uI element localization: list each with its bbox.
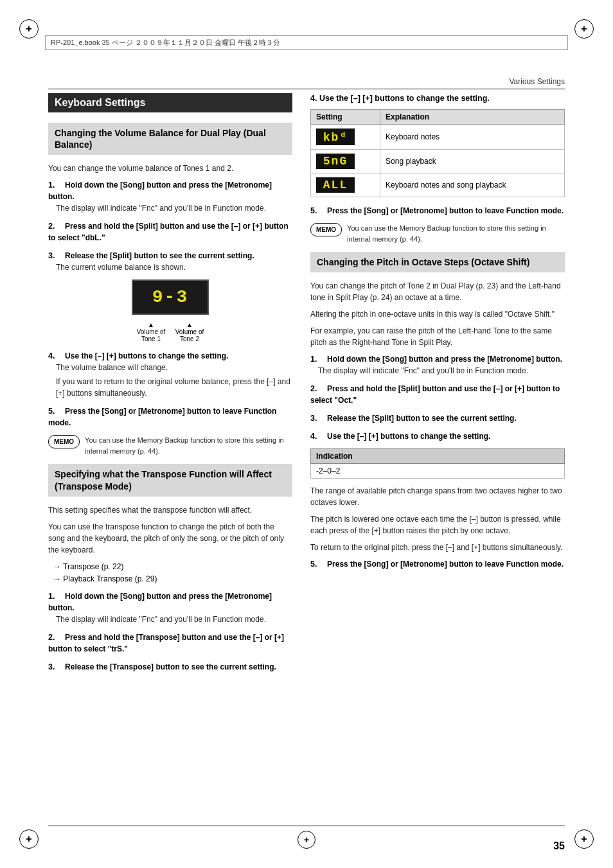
header-bar: RP-201_e.book 35 ページ ２００９年１１月２０日 金曜日 午後２… [45, 35, 568, 50]
oct-step-2-num: 2. [310, 384, 317, 393]
memo-section-2: MEMO You can use the Memory Backup funct… [310, 223, 565, 244]
trans-step-2-bold: Press and hold the [Transpose] button an… [48, 633, 284, 653]
section-heading: Keyboard Settings [48, 93, 292, 112]
step-2: 2. Press and hold the [Split] button and… [48, 220, 292, 244]
oct-step-1: 1. Hold down the [Song] button and press… [310, 353, 565, 376]
oct-step-1-num: 1. [310, 355, 317, 364]
display-digits: 9-3 [152, 287, 188, 307]
corner-mark-bl [19, 829, 39, 849]
subsection2-title: Specifying what the Transpose Function w… [55, 468, 286, 492]
left-column: Keyboard Settings Changing the Volume Ba… [48, 93, 292, 823]
oct-step-1-sub: The display will indicate "Fnc" and you'… [318, 365, 565, 376]
table-row-all: ALL Keyboard notes and song playback [311, 173, 565, 197]
subsection-transpose: Specifying what the Transpose Function w… [48, 464, 292, 496]
subsection3-title: Changing the Pitch in Octave Steps (Octa… [317, 256, 558, 268]
step-5-right: 5. Press the [Song] or [Metronome] butto… [310, 205, 565, 217]
trans-step-1: 1. Hold down the [Song] button and press… [48, 590, 292, 625]
step-4-sub1: The volume balance will change. [56, 362, 292, 373]
subsection-octave: Changing the Pitch in Octave Steps (Octa… [310, 252, 565, 272]
octave-intro2: Altering the pitch in one-octave units i… [310, 308, 565, 320]
indication-header: Indication [311, 449, 565, 464]
step-3-sub: The current volume balance is shown. [56, 261, 292, 273]
trans-step-1-sub: The display will indicate "Fnc" and you'… [56, 614, 292, 625]
oct-step-2-bold: Press and hold the [Split] button and us… [310, 384, 560, 405]
octave-body2: The pitch is lowered one octave each tim… [310, 513, 565, 536]
subsection1-intro: You can change the volume balance of Ton… [48, 163, 292, 174]
table-cell-kbd-exp: Keyboard notes [380, 125, 565, 150]
memo-text-1: You can use the Memory Backup function t… [85, 435, 292, 456]
octave-intro3: For example, you can raise the pitch of … [310, 325, 565, 348]
octave-body1: The range of available pitch change span… [310, 485, 565, 508]
main-content: Keyboard Settings Changing the Volume Ba… [48, 93, 565, 823]
trans-step-1-bold: Hold down the [Song] button and press th… [48, 592, 272, 612]
indication-table: Indication -2–0–2 [310, 448, 565, 479]
step-3: 3. Release the [Split] button to see the… [48, 250, 292, 273]
oct-step-3-bold: Release the [Split] button to see the cu… [327, 414, 517, 423]
arrow-item-1: → Transpose (p. 22) [53, 561, 292, 573]
subsection1-title: Changing the Volume Balance for Dual Pla… [55, 127, 286, 150]
step-5-left: 5. Press the [Song] or [Metronome] butto… [48, 405, 292, 429]
corner-mark-tl [19, 19, 39, 39]
step-5-left-num: 5. [48, 407, 55, 416]
oct-step-4-num: 4. [310, 432, 317, 441]
table-header-setting: Setting [311, 110, 380, 125]
oct-step-3: 3. Release the [Split] button to see the… [310, 412, 565, 424]
page-number: 35 [553, 840, 565, 852]
table-header-explanation: Explanation [380, 110, 565, 125]
display-area: 9-3 [132, 279, 209, 315]
trans-step-2-num: 2. [48, 633, 55, 642]
oct-step-5: 5. Press the [Song] or [Metronome] butto… [310, 558, 565, 570]
oct-step-1-bold: Hold down the [Song] button and press th… [327, 355, 562, 364]
trans-step-3-bold: Release the [Transpose] button to see th… [65, 662, 276, 671]
step-5-left-bold: Press the [Song] or [Metronome] button t… [48, 407, 276, 427]
section-label: Various Settings [510, 77, 565, 86]
trans-step-3: 3. Release the [Transpose] button to see… [48, 661, 292, 673]
step-4-left: 4. Use the [–] [+] buttons to change the… [48, 350, 292, 399]
arrow-list: → Transpose (p. 22) → Playback Transpose… [53, 561, 292, 585]
oct-step-4: 4. Use the [–] [+] buttons to change the… [310, 430, 565, 442]
step-4-right-label: 4. Use the [–] [+] buttons to change the… [310, 94, 490, 103]
step-1-sub: The display will indicate "Fnc" and you'… [56, 202, 292, 214]
oct-step-2: 2. Press and hold the [Split] button and… [310, 383, 565, 406]
octave-intro1: You can change the pitch of Tone 2 in Du… [310, 280, 565, 303]
step-4-left-num: 4. [48, 351, 55, 360]
step-4-right: 4. Use the [–] [+] buttons to change the… [310, 93, 565, 103]
step-3-num: 3. [48, 251, 55, 260]
subsection2-intro2: You can use the transpose function to ch… [48, 521, 292, 556]
bottom-divider [48, 826, 565, 826]
trans-step-3-num: 3. [48, 662, 55, 671]
seg-display-all: ALL [316, 177, 355, 193]
step-2-bold: Press and hold the [Split] button and us… [48, 222, 289, 242]
step-4-sub2: If you want to return to the original vo… [56, 376, 292, 399]
display-labels: ▲ Volume of Tone 1 ▲ Volume of Tone 2 [132, 321, 209, 342]
corner-mark-br [574, 829, 594, 849]
indication-value: -2–0–2 [311, 464, 565, 479]
top-divider [48, 89, 565, 89]
memo-label-1: MEMO [48, 435, 80, 448]
step-2-num: 2. [48, 222, 55, 231]
table-cell-all-exp: Keyboard notes and song playback [380, 173, 565, 197]
trans-step-2: 2. Press and hold the [Transpose] button… [48, 632, 292, 655]
display-label-tone1: ▲ Volume of Tone 1 [137, 321, 165, 342]
corner-mark-tr [574, 19, 594, 39]
seg-display-sng: 5nG [316, 154, 355, 169]
table-cell-sng-exp: Song playback [380, 150, 565, 173]
arrow-item-2: → Playback Transpose (p. 29) [53, 573, 292, 585]
table-cell-sng-display: 5nG [311, 150, 380, 173]
step-1-num: 1. [48, 181, 55, 190]
subsection-dual-balance: Changing the Volume Balance for Dual Pla… [48, 123, 292, 155]
bottom-center-mark: + [298, 831, 315, 849]
oct-step-5-bold: Press the [Song] or [Metronome] button t… [327, 560, 564, 569]
oct-step-4-bold: Use the [–] [+] buttons to change the se… [327, 432, 490, 441]
step-1: 1. Hold down the [Song] button and press… [48, 179, 292, 214]
settings-table: Setting Explanation kbᵈ Keyboard notes 5… [310, 109, 565, 197]
oct-step-5-num: 5. [310, 560, 317, 569]
table-cell-kbd-display: kbᵈ [311, 125, 380, 150]
seg-display-kbd: kbᵈ [316, 128, 355, 145]
header-text: RP-201_e.book 35 ページ ２００９年１１月２０日 金曜日 午後２… [51, 38, 280, 48]
table-cell-all-display: ALL [311, 173, 380, 197]
table-row-sng: 5nG Song playback [311, 150, 565, 173]
table-row-kbd: kbᵈ Keyboard notes [311, 125, 565, 150]
trans-step-1-num: 1. [48, 592, 55, 601]
oct-step-3-num: 3. [310, 414, 317, 423]
